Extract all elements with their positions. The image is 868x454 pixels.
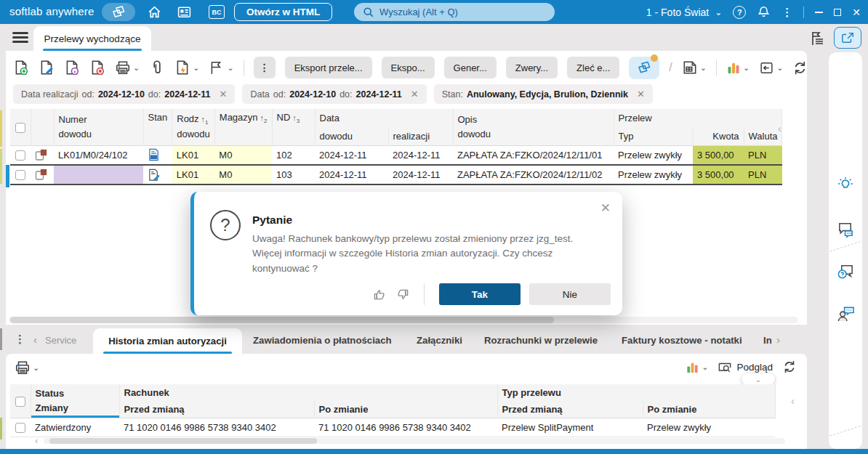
- horizontal-scrollbar[interactable]: [44, 438, 785, 444]
- chevron-down-icon[interactable]: ⌄: [227, 63, 233, 73]
- col-rachunek-po[interactable]: Po zmianie: [314, 401, 497, 418]
- row-checkbox[interactable]: [15, 150, 25, 161]
- attachments-paperclip-icon[interactable]: [149, 60, 165, 76]
- verify-button[interactable]: Zwery...: [506, 57, 558, 78]
- refresh-icon[interactable]: [792, 60, 808, 76]
- table-row[interactable]: LK01/M0/24/102 LK01 M0 102 2024-12-11 20…: [10, 145, 782, 165]
- chevron-down-icon[interactable]: ⌄: [193, 63, 199, 73]
- tabs-scroll-left-icon[interactable]: ‹: [33, 333, 37, 346]
- remove-filter-icon[interactable]: ✕: [637, 89, 645, 100]
- chevron-down-icon[interactable]: ⌄: [700, 63, 707, 73]
- tabs-scroll-right-icon[interactable]: ›: [776, 333, 780, 346]
- filter-stan[interactable]: Stan: Anulowany, Edycja, Brulion, Dzienn…: [434, 84, 653, 104]
- tab-historia-zmian-autoryzacji[interactable]: Historia zmian autoryzacji: [93, 328, 242, 354]
- document-info-icon[interactable]: [64, 60, 80, 76]
- workspaces-button[interactable]: [102, 3, 135, 21]
- notifications-bell-icon[interactable]: [757, 5, 771, 19]
- no-button[interactable]: Nie: [529, 283, 611, 305]
- document-report-button[interactable]: ⌄: [682, 60, 707, 76]
- bottom-tabs-menu-icon[interactable]: ⋮: [15, 333, 25, 346]
- search-box[interactable]: [354, 3, 555, 21]
- filter-data-realizacji[interactable]: Data realizacji od:2024-12-10 do:2024-12…: [13, 84, 235, 104]
- home-icon[interactable]: [147, 4, 162, 20]
- order-button[interactable]: Zleć e...: [567, 57, 619, 78]
- col-typ-po[interactable]: Po zmianie: [643, 401, 775, 418]
- dialog-close-icon[interactable]: ✕: [600, 200, 611, 216]
- news-icon[interactable]: [177, 4, 192, 20]
- close-window-button[interactable]: ✕: [852, 7, 861, 18]
- chart-button[interactable]: ⌄: [726, 60, 750, 75]
- row-checkbox[interactable]: [15, 423, 25, 433]
- chevron-down-icon[interactable]: ⌄: [743, 63, 750, 73]
- delete-document-icon[interactable]: [89, 60, 105, 76]
- lightbulb-icon[interactable]: [837, 176, 854, 193]
- generate-button[interactable]: Gener...: [444, 57, 497, 78]
- filter-data[interactable]: Data od:2024-12-10 do:2024-12-11 ✕: [242, 84, 426, 104]
- col-typ-przed[interactable]: Przed zmianą: [497, 401, 643, 418]
- note-icon[interactable]: [31, 145, 54, 165]
- toolbar-more-button[interactable]: ⋮: [254, 57, 276, 78]
- tab-przelewy-wychodzace[interactable]: Przelewy wychodzące: [33, 26, 151, 51]
- help-button[interactable]: ?: [733, 6, 746, 19]
- col-data-dowodu[interactable]: dowodu: [315, 127, 388, 145]
- col-waluta[interactable]: Waluta: [744, 127, 782, 145]
- open-in-html-button[interactable]: Otwórz w HTML: [234, 3, 332, 21]
- scroll-left-icon[interactable]: ‹: [778, 122, 781, 134]
- col-numer-dowodu[interactable]: Numerdowodu: [54, 109, 143, 145]
- panel-collapse-button[interactable]: ⌄: [759, 60, 783, 76]
- export-button[interactable]: Ekspo...: [382, 57, 435, 78]
- scroll-left-icon[interactable]: ‹: [35, 435, 38, 446]
- scrollbar-thumb[interactable]: [49, 438, 317, 444]
- tab-in-truncated[interactable]: In: [763, 335, 772, 346]
- scroll-left-icon[interactable]: ‹: [791, 394, 795, 407]
- select-all-checkbox[interactable]: [15, 397, 25, 407]
- flag-button[interactable]: ⌄: [209, 60, 233, 76]
- print-button[interactable]: ⌄: [115, 60, 140, 76]
- more-menu-icon[interactable]: ⋮: [781, 6, 792, 19]
- table-row-selected[interactable]: LK01 M0 103 2024-12-11 2024-12-11 ZAPŁAT…: [10, 165, 782, 185]
- share-button[interactable]: [834, 27, 861, 49]
- bc-icon[interactable]: BC: [209, 5, 225, 19]
- help-chat-icon[interactable]: [837, 263, 855, 281]
- minimize-button[interactable]: [815, 12, 823, 13]
- col-nd[interactable]: ND↑3: [272, 109, 315, 145]
- chevron-down-icon[interactable]: ⌄: [702, 362, 708, 372]
- print-button[interactable]: ⌄: [15, 360, 39, 376]
- protocol-flag-icon[interactable]: [809, 30, 827, 47]
- thumbs-down-icon[interactable]: [395, 288, 409, 301]
- menu-hamburger-icon[interactable]: [12, 32, 28, 45]
- col-opis-dowodu[interactable]: Opisdowodu: [453, 109, 614, 145]
- refresh-icon[interactable]: [782, 360, 797, 374]
- thumbs-up-icon[interactable]: [373, 288, 387, 301]
- views-button[interactable]: [629, 57, 659, 79]
- export-transfers-button[interactable]: Eksport przele...: [285, 57, 372, 78]
- chevron-down-icon[interactable]: ⌄: [33, 363, 39, 373]
- col-data-realizacji[interactable]: realizacji: [388, 127, 453, 145]
- remove-filter-icon[interactable]: ✕: [411, 89, 419, 100]
- col-kwota[interactable]: Kwota: [693, 127, 744, 145]
- collapse-panel-button[interactable]: ⌄: [742, 373, 775, 385]
- chat-feedback-icon[interactable]: [837, 221, 855, 239]
- chart-button[interactable]: ⌄: [686, 360, 708, 374]
- add-document-icon[interactable]: [13, 60, 29, 76]
- chevron-down-icon[interactable]: ⌄: [133, 63, 140, 73]
- row-checkbox[interactable]: [15, 170, 25, 180]
- tab-zalaczniki[interactable]: Załączniki: [417, 335, 462, 346]
- chevron-down-icon[interactable]: ⌄: [776, 63, 783, 73]
- tab-faktury-kosztowe[interactable]: Faktury kosztowe - notatki: [622, 335, 742, 346]
- select-all-checkbox[interactable]: [15, 123, 25, 133]
- horizontal-scrollbar[interactable]: [9, 317, 798, 323]
- yes-button[interactable]: Tak: [439, 283, 521, 305]
- person-chat-icon[interactable]: [837, 305, 855, 323]
- quick-document-icon[interactable]: ⌄: [174, 60, 199, 76]
- tab-rozrachunki[interactable]: Rozrachunki w przelewie: [484, 335, 598, 346]
- tab-service[interactable]: Service: [45, 335, 76, 346]
- tab-zawiadomienia[interactable]: Zawiadomienia o płatnościach: [253, 335, 392, 346]
- note-icon[interactable]: [31, 165, 54, 185]
- table-row[interactable]: Zatwierdzony 71 1020 0146 9986 5738 9340…: [10, 418, 775, 437]
- col-magazyn[interactable]: Magazyn↑2: [214, 109, 272, 145]
- remove-filter-icon[interactable]: ✕: [220, 89, 228, 100]
- maximize-button[interactable]: [834, 9, 841, 16]
- company-selector[interactable]: 1 - Foto Świat ⌄: [646, 7, 722, 18]
- search-input[interactable]: [379, 7, 539, 17]
